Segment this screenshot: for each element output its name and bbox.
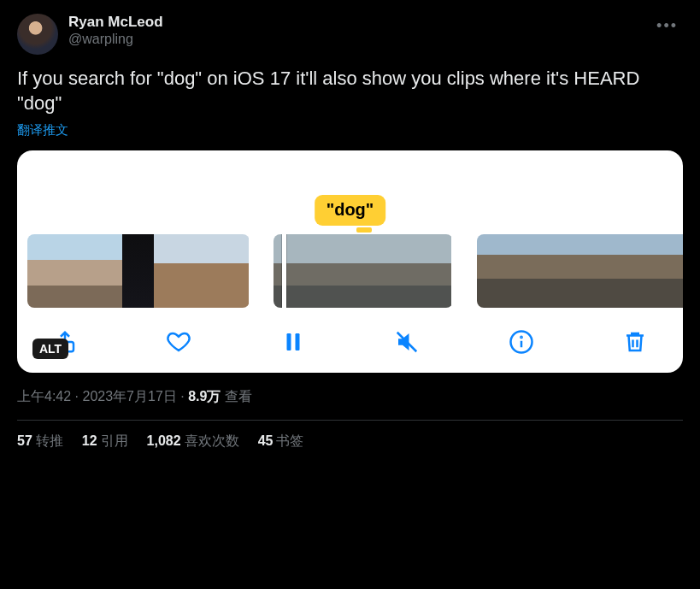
caption-bubble: "dog" <box>315 195 386 226</box>
display-name: Ryan McLeod <box>68 14 641 31</box>
scrub-marker <box>356 227 372 233</box>
tweet-stats: 57转推 12引用 1,082喜欢次数 45书签 <box>17 433 683 451</box>
quotes-stat[interactable]: 12引用 <box>82 433 128 451</box>
retweets-stat[interactable]: 57转推 <box>17 433 63 451</box>
tweet-text: If you search for "dog" on iOS 17 it'll … <box>17 67 683 115</box>
media-card[interactable]: "dog" <box>17 150 683 373</box>
retweets-label: 转推 <box>36 433 63 448</box>
bookmarks-count: 45 <box>258 433 274 448</box>
alt-badge[interactable]: ALT <box>32 339 68 359</box>
svg-point-6 <box>521 337 521 338</box>
svg-rect-1 <box>286 333 291 350</box>
mute-icon[interactable] <box>393 328 421 356</box>
tweet-header: Ryan McLeod @warpling ••• <box>17 14 683 55</box>
clip-thumbnail-group[interactable] <box>27 234 250 308</box>
views-label: 查看 <box>225 389 252 403</box>
clip-thumbnail-group[interactable] <box>477 234 683 308</box>
info-icon[interactable] <box>508 328 535 356</box>
divider <box>17 420 683 421</box>
tweet-meta: 上午4:42 · 2023年7月17日 · 8.9万 查看 <box>17 388 683 406</box>
avatar[interactable] <box>17 14 58 55</box>
tweet-container: Ryan McLeod @warpling ••• If you search … <box>0 0 700 464</box>
clip-thumbnail-group[interactable] <box>274 234 453 308</box>
heart-icon[interactable] <box>165 328 192 356</box>
svg-rect-2 <box>295 333 299 350</box>
trash-icon[interactable] <box>621 328 649 356</box>
retweets-count: 57 <box>17 433 32 448</box>
pause-icon[interactable] <box>279 328 307 356</box>
likes-count: 1,082 <box>147 433 181 448</box>
handle: @warpling <box>68 32 641 47</box>
quotes-count: 12 <box>82 433 97 448</box>
tweet-time[interactable]: 上午4:42 <box>17 389 71 403</box>
quotes-label: 引用 <box>101 433 128 448</box>
bookmarks-label: 书签 <box>276 433 303 448</box>
tweet-date[interactable]: 2023年7月17日 <box>82 389 176 403</box>
video-timeline[interactable] <box>17 224 683 309</box>
bookmarks-stat[interactable]: 45书签 <box>258 433 304 451</box>
media-caption-area: "dog" <box>17 150 683 224</box>
more-icon[interactable]: ••• <box>651 14 683 38</box>
likes-stat[interactable]: 1,082喜欢次数 <box>147 433 239 451</box>
likes-label: 喜欢次数 <box>185 433 239 448</box>
translate-link[interactable]: 翻译推文 <box>17 122 68 138</box>
playhead[interactable] <box>282 234 286 308</box>
author-names[interactable]: Ryan McLeod @warpling <box>68 14 641 47</box>
views-count: 8.9万 <box>188 389 221 403</box>
media-toolbar <box>17 309 683 361</box>
